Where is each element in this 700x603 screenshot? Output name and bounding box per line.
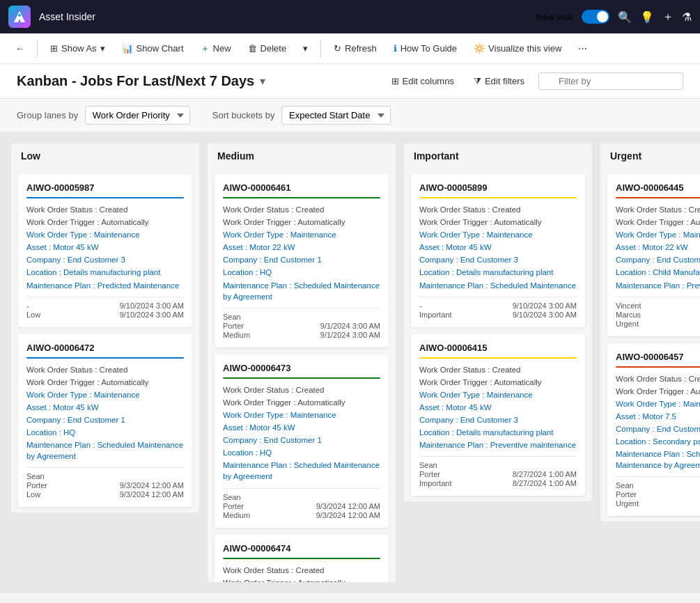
page-header: Kanban - Jobs For Last/Next 7 Days ▾ ⊞ E…	[0, 64, 700, 99]
group-lanes-select[interactable]: Work Order Priority	[85, 106, 190, 125]
assignee-name-2: Porter	[26, 481, 47, 490]
card-divider	[419, 357, 577, 359]
delete-label: Delete	[260, 43, 287, 54]
kanban-card[interactable]: AIWO-00005899Work Order Status : Created…	[411, 174, 585, 327]
assignee-name: Sean	[223, 493, 250, 501]
start-date: 9/10/2024 3:00 AM	[513, 302, 577, 310]
card-divider	[223, 558, 380, 559]
edit-columns-button[interactable]: ⊞ Edit columns	[386, 73, 460, 89]
priority-label: Important	[419, 479, 451, 487]
more-icon: ▾	[303, 43, 308, 54]
card-footer-dates: 9/3/2024 12:00 AM9/3/2024 12:00 AM	[120, 481, 184, 499]
refresh-label: Refresh	[345, 43, 377, 54]
sort-buckets-select[interactable]: Expected Start Date	[281, 106, 391, 125]
card-field: Work Order Status : Created	[223, 384, 380, 396]
column-cards-urgent: AIWO-00006445Work Order Status : Created…	[600, 169, 700, 522]
assignee-name-2: Porter	[223, 502, 250, 510]
search-icon[interactable]: 🔍	[618, 10, 632, 24]
card-field: Company : End Customer 3	[419, 414, 577, 425]
card-footer: SeanPorterMedium9/1/2024 3:00 AM9/1/2024…	[223, 308, 380, 339]
card-field: Work Order Type : Maintenance	[223, 409, 380, 421]
funnel-icon: ⧩	[474, 76, 481, 87]
kanban-column-important: ImportantAIWO-00005899Work Order Status …	[404, 143, 592, 501]
info-icon: ℹ	[394, 43, 397, 54]
kanban-card[interactable]: AIWO-00006445Work Order Status : Created…	[607, 174, 700, 336]
assignee-name: Sean	[616, 481, 639, 490]
edit-filters-button[interactable]: ⧩ Edit filters	[468, 73, 530, 90]
kanban-card[interactable]: AIWO-00005987Work Order Status : Created…	[18, 174, 192, 327]
assignee-name: -	[419, 302, 451, 310]
end-date: 8/27/2024 1:00 AM	[513, 479, 577, 487]
card-footer-dates: 9/10/2024 3:00 AM9/10/2024 3:00 AM	[513, 302, 577, 319]
card-footer: SeanPorterImportant8/27/2024 1:00 AM8/27…	[419, 456, 577, 487]
card-footer: -Important9/10/2024 3:00 AM9/10/2024 3:0…	[419, 297, 577, 319]
group-sort-bar: Group lanes by Work Order Priority Sort …	[0, 99, 700, 132]
card-field: Work Order Trigger : Automatically	[419, 217, 577, 228]
edit-filters-label: Edit filters	[485, 76, 524, 86]
plus-icon: ＋	[201, 42, 210, 55]
kanban-card[interactable]: AIWO-00006472Work Order Status : Created…	[18, 334, 192, 508]
title-chevron-icon[interactable]: ▾	[260, 75, 265, 88]
card-field: Maintenance Plan : Predicted Maintenance	[26, 280, 184, 291]
card-divider	[26, 357, 184, 359]
kanban-card[interactable]: AIWO-00006473Work Order Status : Created…	[215, 354, 389, 528]
refresh-button[interactable]: ↻ Refresh	[327, 40, 384, 57]
kanban-column-medium: MediumAIWO-00006461Work Order Status : C…	[208, 143, 396, 582]
filter-icon[interactable]: ⚗	[682, 10, 692, 24]
chart-icon: 📊	[122, 43, 133, 54]
sort-buckets-label: Sort buckets by	[212, 110, 275, 120]
assignee-name: Sean	[223, 313, 250, 321]
card-field: Asset : Motor 45 kW	[419, 242, 577, 253]
kanban-card[interactable]: AIWO-00006461Work Order Status : Created…	[215, 174, 389, 347]
card-id: AIWO-00006415	[419, 343, 577, 353]
assignee-name: Vincent	[616, 302, 641, 310]
card-field: Work Order Type : Maintenance	[419, 389, 577, 400]
card-footer: SeanPorterLow9/3/2024 12:00 AM9/3/2024 1…	[26, 467, 184, 499]
back-icon: ←	[15, 43, 24, 54]
card-footer-dates: 9/10/2024 3:00 AM9/10/2024 3:00 AM	[120, 302, 184, 319]
kanban-column-urgent: UrgentAIWO-00006445Work Order Status : C…	[600, 143, 700, 522]
filter-input[interactable]	[538, 72, 683, 90]
card-field: Work Order Status : Created	[223, 565, 380, 576]
lamp-icon: 🔆	[474, 43, 485, 54]
back-button[interactable]: ←	[8, 40, 31, 57]
filter-wrapper: 🔍	[538, 72, 683, 90]
card-field: Location : Child Manufacturin...	[616, 267, 700, 278]
card-field: Company : End Customer 3	[419, 254, 577, 265]
show-as-label: Show As	[61, 43, 97, 54]
assignee-name: Sean	[419, 461, 451, 469]
show-as-button[interactable]: ⊞ Show As ▾	[43, 40, 112, 57]
show-chart-label: Show Chart	[137, 43, 184, 54]
visualize-button[interactable]: 🔆 Visualize this view	[467, 40, 568, 57]
how-to-guide-button[interactable]: ℹ How To Guide	[387, 40, 464, 57]
page-title: Kanban - Jobs For Last/Next 7 Days	[17, 73, 254, 89]
card-field: Company : End Customer 1	[223, 254, 380, 265]
new-look-toggle[interactable]	[582, 10, 609, 24]
card-footer-left: VincentMarcusUrgent	[616, 302, 641, 328]
column-header-low: Low	[11, 143, 199, 169]
show-chart-button[interactable]: 📊 Show Chart	[115, 40, 191, 57]
chevron-down-icon: ▾	[100, 43, 105, 54]
card-field: Asset : Motor 7.5	[616, 411, 700, 422]
priority-label: Important	[419, 311, 451, 319]
card-field: Work Order Trigger : Automatically	[26, 217, 184, 228]
card-footer-left: SeanPorterImportant	[419, 461, 451, 487]
card-field: Work Order Trigger : Automatically	[223, 397, 380, 408]
delete-button[interactable]: 🗑 Delete	[241, 40, 294, 57]
end-date: 9/1/2024 3:00 AM	[320, 331, 380, 339]
card-field: Maintenance Plan : Scheduled Maintenance…	[26, 439, 184, 462]
more-button[interactable]: ▾	[296, 40, 315, 57]
kanban-board: LowAIWO-00005987Work Order Status : Crea…	[0, 132, 700, 593]
column-cards-important: AIWO-00005899Work Order Status : Created…	[404, 169, 592, 501]
new-button[interactable]: ＋ New	[194, 39, 238, 58]
assignee-name-2: Marcus	[616, 311, 641, 319]
kanban-card[interactable]: AIWO-00006415Work Order Status : Created…	[411, 334, 585, 496]
kanban-card[interactable]: AIWO-00006474Work Order Status : Created…	[215, 535, 389, 583]
lightbulb-icon[interactable]: 💡	[640, 10, 654, 24]
card-field: Work Order Status : Created	[419, 204, 577, 215]
toolbar-more-icon: ⋯	[578, 43, 587, 54]
add-icon[interactable]: ＋	[662, 10, 674, 24]
toolbar-more-button[interactable]: ⋯	[571, 40, 594, 57]
card-footer: SeanPorterMedium9/3/2024 12:00 AM9/3/202…	[223, 488, 380, 519]
kanban-card[interactable]: AIWO-00006457Work Order Status : Created…	[607, 343, 700, 517]
